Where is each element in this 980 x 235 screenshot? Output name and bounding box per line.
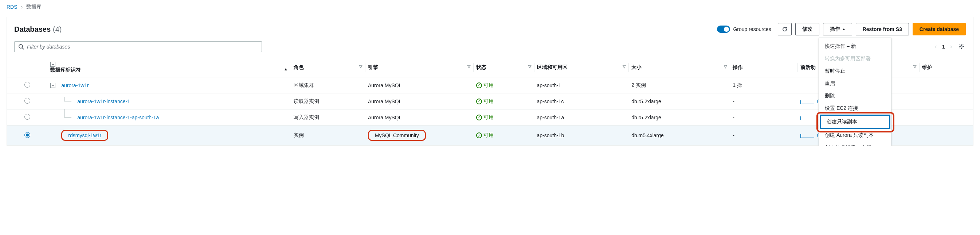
page-number: 1	[942, 44, 945, 50]
expand-icon[interactable]: −	[50, 83, 56, 88]
dropdown-item[interactable]: 暂时停止	[819, 65, 891, 77]
cell-ops: -	[730, 93, 797, 109]
db-link[interactable]: aurora-1w1r-instance-1	[77, 99, 130, 104]
dropdown-item[interactable]: 创建 Aurora 只读副本	[819, 129, 891, 142]
dropdown-item: 转换为多可用区部署	[819, 53, 891, 65]
panel-header: Databases (4) Group resources 修改 操作 Rest…	[7, 17, 973, 38]
cell-maint	[919, 126, 973, 145]
db-link[interactable]: aurora-1w1r-instance-1-ap-south-1a	[77, 115, 159, 120]
cell-engine: Aurora MySQL	[365, 77, 473, 93]
svg-point-1	[961, 46, 962, 47]
sort-icon: ▽	[359, 64, 362, 69]
cell-maint	[919, 77, 973, 93]
page-title: Databases (4)	[14, 25, 713, 34]
cell-engine: MySQL Community	[365, 126, 473, 145]
page-prev-button[interactable]: ‹	[935, 43, 937, 50]
modify-button[interactable]: 修改	[795, 23, 819, 35]
spark-icon	[800, 133, 814, 138]
filter-input[interactable]	[27, 44, 258, 50]
breadcrumb: RDS › 数据库	[0, 0, 980, 14]
pager: ‹ 1 ›	[935, 42, 966, 52]
col-maint[interactable]: 维护	[919, 58, 973, 77]
refresh-icon	[782, 26, 788, 32]
cell-role: 读取器实例	[291, 93, 365, 109]
cell-engine: Aurora MySQL	[365, 109, 473, 126]
breadcrumb-current: 数据库	[26, 4, 41, 10]
select-radio[interactable]	[24, 132, 30, 138]
check-circle-icon: ✓	[476, 99, 482, 104]
cell-ops: -	[730, 109, 797, 126]
col-zone[interactable]: 区域和可用区▽	[534, 58, 629, 77]
title-text: Databases	[14, 25, 51, 34]
cell-role: 区域集群	[291, 77, 365, 93]
search-icon	[18, 44, 24, 50]
settings-button[interactable]	[957, 42, 966, 52]
col-status[interactable]: 状态▽	[473, 58, 534, 77]
create-database-button[interactable]: Create database	[913, 23, 966, 35]
cell-size: 2 实例	[628, 77, 730, 93]
sort-icon: ▽	[724, 64, 727, 69]
sort-icon: ▽	[623, 64, 625, 69]
select-radio[interactable]	[24, 114, 30, 120]
cell-size: db.r5.2xlarge	[628, 109, 730, 126]
title-count: (4)	[53, 25, 62, 34]
status-badge: ✓可用	[476, 82, 494, 89]
group-resources-toggle[interactable]	[717, 26, 730, 33]
col-engine[interactable]: 引擎▽	[365, 58, 473, 77]
status-badge: ✓可用	[476, 98, 494, 105]
col-select	[7, 58, 47, 77]
gear-icon	[959, 43, 964, 49]
col-size[interactable]: 大小▽	[628, 58, 730, 77]
select-radio[interactable]	[24, 98, 30, 104]
dropdown-item[interactable]: 创建只读副本	[820, 115, 890, 129]
sort-icon: ▽	[913, 64, 916, 69]
sort-asc-icon: ▲	[284, 67, 288, 71]
db-link[interactable]: aurora-1w1r	[61, 83, 89, 88]
sort-icon: ▽	[468, 64, 470, 69]
spark-icon	[800, 115, 814, 120]
dropdown-item[interactable]: 创建蓝绿部署 – 全新	[819, 142, 891, 145]
databases-panel: Databases (4) Group resources 修改 操作 Rest…	[6, 17, 974, 145]
refresh-button[interactable]	[778, 23, 792, 35]
cell-role: 写入器实例	[291, 109, 365, 126]
group-resources-label: Group resources	[733, 26, 771, 32]
check-circle-icon: ✓	[476, 133, 482, 138]
cell-zone: ap-south-1c	[534, 93, 629, 109]
page-next-button[interactable]: ›	[950, 43, 952, 50]
svg-point-0	[19, 45, 22, 48]
dropdown-item[interactable]: 删除	[819, 90, 891, 102]
status-badge: ✓可用	[476, 114, 494, 121]
check-circle-icon: ✓	[476, 83, 482, 88]
cell-zone: ap-south-1b	[534, 126, 629, 145]
col-id[interactable]: − 数据库标识符 ▲	[47, 58, 291, 77]
cell-zone: ap-south-1a	[534, 109, 629, 126]
col-role[interactable]: 角色▽	[291, 58, 365, 77]
status-badge: ✓可用	[476, 132, 494, 139]
spark-icon	[800, 99, 814, 104]
check-circle-icon: ✓	[476, 115, 482, 120]
db-link[interactable]: rdsmysql-1w1r	[68, 133, 101, 138]
cell-maint	[919, 109, 973, 126]
col-ops[interactable]: 操作	[730, 58, 797, 77]
dropdown-item[interactable]: 重启	[819, 77, 891, 90]
actions-label: 操作	[830, 26, 840, 32]
cell-engine: Aurora MySQL	[365, 93, 473, 109]
caret-up-icon	[842, 29, 845, 30]
breadcrumb-root[interactable]: RDS	[6, 4, 18, 10]
cell-maint	[919, 93, 973, 109]
select-radio[interactable]	[24, 82, 30, 88]
cell-ops: -	[730, 126, 797, 145]
dropdown-item[interactable]: 快速操作 – 新	[819, 40, 891, 53]
dropdown-item[interactable]: 设置 EC2 连接	[819, 102, 891, 115]
chevron-right-icon: ›	[21, 4, 23, 10]
filter-input-wrap[interactable]	[14, 41, 262, 52]
cell-size: db.m5.4xlarge	[628, 126, 730, 145]
actions-dropdown: 快速操作 – 新转换为多可用区部署暂时停止重启删除设置 EC2 连接创建只读副本…	[819, 38, 891, 145]
collapse-all-icon[interactable]: −	[50, 62, 56, 67]
cell-ops: 1 操	[730, 77, 797, 93]
cell-zone: ap-south-1	[534, 77, 629, 93]
actions-button[interactable]: 操作	[823, 23, 852, 35]
restore-from-s3-button[interactable]: Restore from S3	[856, 23, 909, 35]
group-resources-toggle-wrap: Group resources	[717, 26, 771, 33]
cell-role: 实例	[291, 126, 365, 145]
